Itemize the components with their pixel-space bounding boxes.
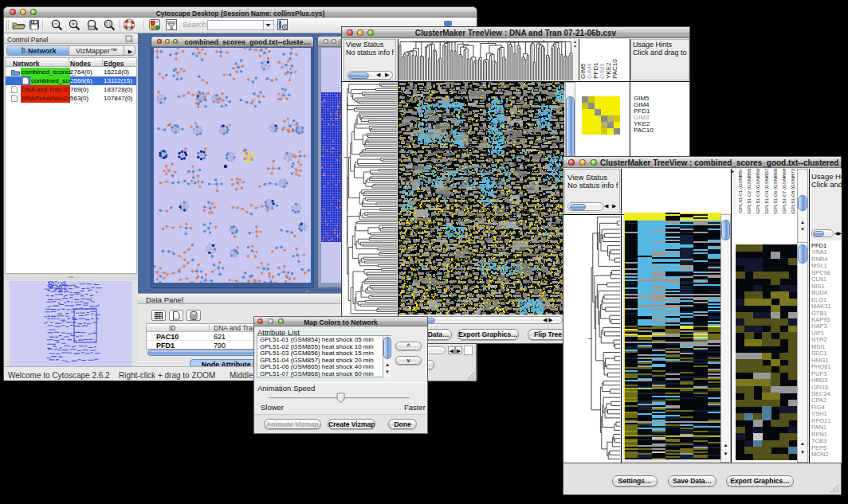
svg-text:PAC10: PAC10	[611, 59, 618, 79]
svg-text:GPL51-06 (GSM865): GPL51-06 (GSM865)	[772, 169, 778, 213]
svg-text:GPL51-08 (GSM872): GPL51-08 (GSM872)	[790, 169, 795, 213]
svg-text:1:1: 1:1	[106, 22, 112, 26]
svg-text:GPL51-01 (GSM854): GPL51-01 (GSM854)	[737, 169, 743, 213]
svg-text:Search:: Search:	[183, 20, 209, 29]
svg-text:GPL51-02 (GSM855): GPL51-02 (GSM855)	[746, 169, 752, 213]
svg-text:GPL51-03 (GSM856): GPL51-03 (GSM856)	[755, 169, 760, 213]
svg-text:GPL51-07 (GSM868): GPL51-07 (GSM868)	[781, 169, 787, 213]
svg-text:GPL51-04 (GSM857): GPL51-04 (GSM857)	[764, 169, 769, 213]
